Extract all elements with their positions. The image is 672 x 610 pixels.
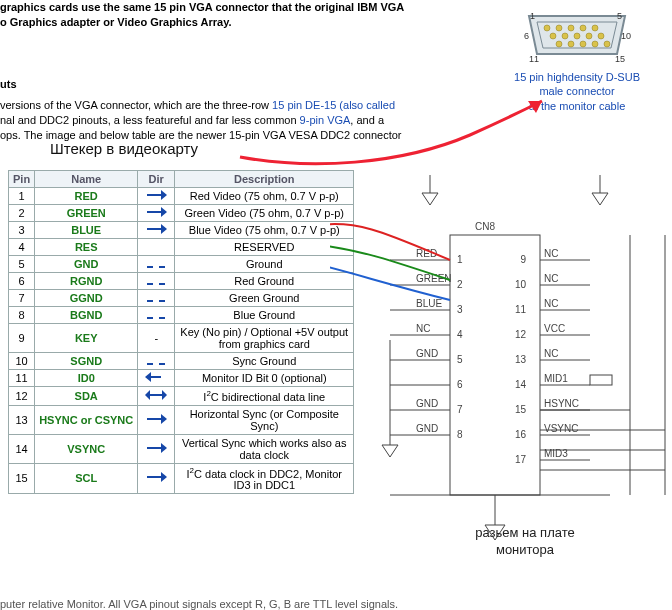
pin-dir [138, 307, 175, 324]
pin-num: 9 [9, 324, 35, 353]
table-row: 13HSYNC or CSYNCHorizontal Sync (or Comp… [9, 405, 354, 434]
intro-line1: graphics cards use the same 15 pin VGA c… [0, 1, 404, 13]
svg-text:15: 15 [615, 54, 625, 64]
pin-num: 10 [9, 353, 35, 370]
svg-text:4: 4 [457, 329, 463, 340]
svg-text:NC: NC [544, 348, 558, 359]
intro-text: graphics cards use the same 15 pin VGA c… [0, 0, 500, 30]
cn8-label: CN8 [475, 221, 495, 232]
pin-name: ID0 [35, 370, 138, 387]
pin-dir [138, 290, 175, 307]
pin-name: GND [35, 256, 138, 273]
svg-point-9 [574, 33, 580, 39]
svg-text:12: 12 [515, 329, 527, 340]
svg-text:11: 11 [515, 304, 527, 315]
pin-dir: - [138, 324, 175, 353]
table-row: 9KEY-Key (No pin) / Optional +5V output … [9, 324, 354, 353]
pin-num: 13 [9, 405, 35, 434]
table-row: 14VSYNCVertical Sync which works also as… [9, 434, 354, 463]
svg-point-16 [604, 41, 610, 47]
pin-num: 4 [9, 239, 35, 256]
svg-text:GND: GND [416, 398, 438, 409]
pin-num: 5 [9, 256, 35, 273]
svg-marker-79 [382, 445, 398, 457]
svg-point-13 [568, 41, 574, 47]
pin-desc: Red Ground [175, 273, 354, 290]
pin-desc: Ground [175, 256, 354, 273]
table-row: 8BGNDBlue Ground [9, 307, 354, 324]
svg-text:10: 10 [621, 31, 631, 41]
th-name: Name [35, 171, 138, 188]
pin-name: RGND [35, 273, 138, 290]
svg-text:8: 8 [457, 429, 463, 440]
th-pin: Pin [9, 171, 35, 188]
table-row: 5GNDGround [9, 256, 354, 273]
th-desc: Description [175, 171, 354, 188]
svg-point-14 [580, 41, 586, 47]
svg-text:NC: NC [544, 248, 558, 259]
pin-desc: Horizontal Sync (or Composite Sync) [175, 405, 354, 434]
svg-text:VSYNC: VSYNC [544, 423, 578, 434]
pin-num: 12 [9, 387, 35, 406]
pin-num: 15 [9, 463, 35, 494]
th-dir: Dir [138, 171, 175, 188]
svg-text:9: 9 [520, 254, 526, 265]
pin-dir [138, 370, 175, 387]
pin-num: 7 [9, 290, 35, 307]
svg-text:MID1: MID1 [544, 373, 568, 384]
pin-name: VSYNC [35, 434, 138, 463]
svg-text:13: 13 [515, 354, 527, 365]
pin-dir [138, 239, 175, 256]
svg-marker-25 [592, 193, 608, 205]
table-row: 4RESRESERVED [9, 239, 354, 256]
pin-dir [138, 188, 175, 205]
pin-name: BLUE [35, 222, 138, 239]
svg-marker-24 [422, 193, 438, 205]
svg-text:5: 5 [457, 354, 463, 365]
pin-num: 2 [9, 205, 35, 222]
pin-desc: I2C bidirectional data line [175, 387, 354, 406]
svg-text:15: 15 [515, 404, 527, 415]
pin-desc: Sync Ground [175, 353, 354, 370]
pin-dir [138, 222, 175, 239]
pin-dir [138, 387, 175, 406]
svg-point-7 [550, 33, 556, 39]
svg-text:17: 17 [515, 454, 527, 465]
pin-desc: Red Video (75 ohm, 0.7 V p-p) [175, 188, 354, 205]
pin-desc: Blue Ground [175, 307, 354, 324]
pin-name: SDA [35, 387, 138, 406]
pin-desc: Green Ground [175, 290, 354, 307]
pin-num: 8 [9, 307, 35, 324]
pin-name: RED [35, 188, 138, 205]
pin-name: RES [35, 239, 138, 256]
pin-name: GGND [35, 290, 138, 307]
svg-text:6: 6 [524, 31, 529, 41]
pin-name: GREEN [35, 205, 138, 222]
pin-num: 14 [9, 434, 35, 463]
pin-desc: Monitor ID Bit 0 (optional) [175, 370, 354, 387]
intro-line2: o Graphics adapter or Video Graphics Arr… [0, 16, 231, 28]
pin-dir [138, 256, 175, 273]
svg-point-4 [568, 25, 574, 31]
svg-text:2: 2 [457, 279, 463, 290]
pin-desc: Blue Video (75 ohm, 0.7 V p-p) [175, 222, 354, 239]
svg-text:GND: GND [416, 348, 438, 359]
pin-num: 11 [9, 370, 35, 387]
schematic-diagram: CN8 RED1GREEN2BLUE3NC4GND56GND7GND8 NC9N… [330, 175, 670, 585]
pin-name: BGND [35, 307, 138, 324]
card-label: Штекер в видеокарту [50, 140, 198, 157]
table-row: 2GREENGreen Video (75 ohm, 0.7 V p-p) [9, 205, 354, 222]
pin-desc: Key (No pin) / Optional +5V output from … [175, 324, 354, 353]
svg-point-12 [556, 41, 562, 47]
pin-dir [138, 353, 175, 370]
pin-num: 3 [9, 222, 35, 239]
svg-text:11: 11 [529, 54, 539, 64]
pin-num: 6 [9, 273, 35, 290]
table-row: 12SDAI2C bidirectional data line [9, 387, 354, 406]
pin-desc: RESERVED [175, 239, 354, 256]
pin-dir [138, 205, 175, 222]
svg-point-3 [556, 25, 562, 31]
pin-name: SCL [35, 463, 138, 494]
svg-text:VCC: VCC [544, 323, 565, 334]
pinout-table: Pin Name Dir Description 1REDRed Video (… [8, 170, 354, 494]
